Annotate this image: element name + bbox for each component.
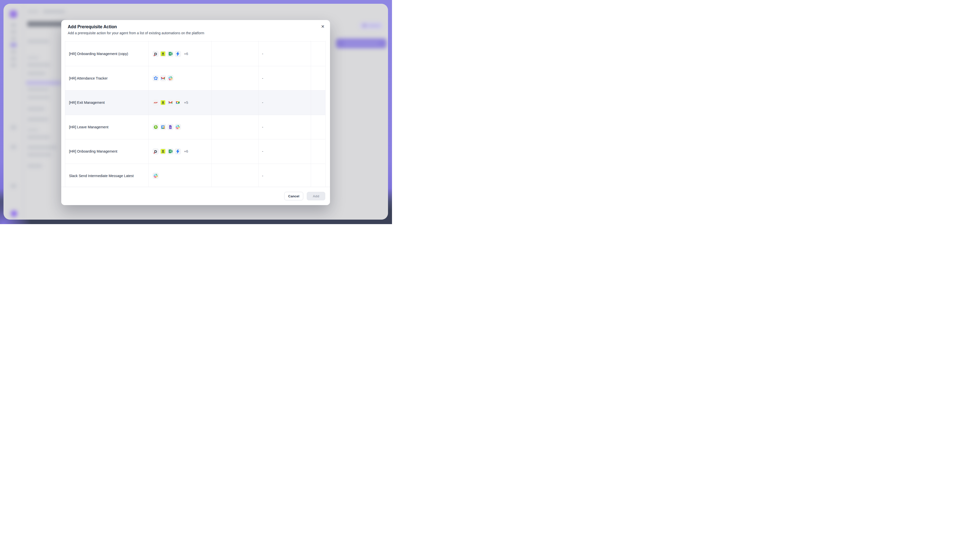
automation-name: [HR] Attendance Tracker (65, 66, 149, 90)
gforms-icon (167, 124, 173, 130)
value-cell: - (259, 42, 311, 66)
empty-cell (212, 90, 259, 115)
app-window: Add Prerequisite Action Add a prerequisi… (3, 4, 388, 220)
pentagon-icon (153, 75, 159, 81)
bolt-icon (175, 51, 181, 57)
d-letter-icon: D (153, 51, 159, 57)
table-row[interactable]: [HR] Leave Managementb31- (65, 115, 326, 140)
value-cell: - (259, 90, 311, 115)
slack-icon (153, 173, 159, 179)
close-icon[interactable]: ✕ (319, 23, 327, 30)
integration-icons: b31 (149, 115, 212, 139)
integration-icons: D+6 (149, 139, 212, 163)
empty-cell (311, 90, 326, 115)
table-body: [HR] Onboarding Management (copy)D+6-[HR… (65, 42, 326, 187)
empty-cell (311, 66, 326, 90)
empty-cell (212, 139, 259, 163)
download-icon (160, 51, 166, 57)
more-integrations-count: +6 (184, 149, 188, 153)
more-integrations-count: +6 (184, 52, 188, 56)
bamboohr-icon: b (153, 124, 159, 130)
slack-icon (167, 75, 173, 81)
modal-footer: Cancel Add (61, 187, 330, 205)
add-prerequisite-modal: Add Prerequisite Action Add a prerequisi… (61, 20, 330, 205)
automations-table: [HR] Onboarding Management (copy)D+6-[HR… (65, 41, 326, 187)
table-row[interactable]: [HR] Exit ManagementADP+5- (65, 90, 326, 115)
value-cell: - (259, 66, 311, 90)
value-cell: - (259, 115, 311, 139)
bolt-icon (175, 148, 181, 155)
add-button[interactable]: Add (307, 192, 325, 200)
table-row[interactable]: [HR] Attendance Tracker- (65, 66, 326, 91)
value-cell: - (259, 139, 311, 163)
integration-icons (149, 66, 212, 90)
table-row[interactable]: [HR] Onboarding Management (copy)D+6- (65, 42, 326, 66)
download-icon (160, 148, 166, 155)
empty-cell (212, 115, 259, 139)
automation-name: [HR] Exit Management (65, 90, 149, 115)
download-icon (160, 100, 166, 106)
automation-name: [HR] Onboarding Management (65, 139, 149, 163)
slack-icon (175, 124, 181, 130)
empty-cell (212, 164, 259, 187)
journal-bolt-icon (167, 148, 173, 155)
empty-cell (311, 139, 326, 163)
modal-subtitle: Add a prerequisite action for your agent… (68, 31, 324, 35)
gcal-icon: 31 (160, 124, 166, 130)
integration-icons: D+6 (149, 42, 212, 66)
more-integrations-count: +5 (184, 100, 188, 105)
svg-text:31: 31 (162, 126, 164, 128)
integration-icons (149, 164, 212, 187)
automation-name: [HR] Leave Management (65, 115, 149, 139)
adp-icon: ADP (153, 100, 159, 106)
table-row[interactable]: Slack Send Intermediate Message Latest- (65, 164, 326, 187)
empty-cell (212, 42, 259, 66)
automation-name: Slack Send Intermediate Message Latest (65, 164, 149, 187)
gmail-icon (167, 100, 173, 106)
cancel-button[interactable]: Cancel (284, 192, 303, 200)
integration-icons: ADP+5 (149, 90, 212, 115)
empty-cell (311, 42, 326, 66)
meet-icon (175, 100, 181, 106)
automation-name: [HR] Onboarding Management (copy) (65, 42, 149, 66)
empty-cell (311, 164, 326, 187)
d-letter-icon: D (153, 148, 159, 155)
empty-cell (311, 115, 326, 139)
modal-header: Add Prerequisite Action Add a prerequisi… (61, 20, 330, 35)
gmail-icon (160, 75, 166, 81)
modal-title: Add Prerequisite Action (68, 24, 324, 30)
empty-cell (212, 66, 259, 90)
value-cell: - (259, 164, 311, 187)
table-row[interactable]: [HR] Onboarding ManagementD+6- (65, 139, 326, 164)
journal-bolt-icon (167, 51, 173, 57)
desktop-background: Add Prerequisite Action Add a prerequisi… (0, 0, 392, 224)
